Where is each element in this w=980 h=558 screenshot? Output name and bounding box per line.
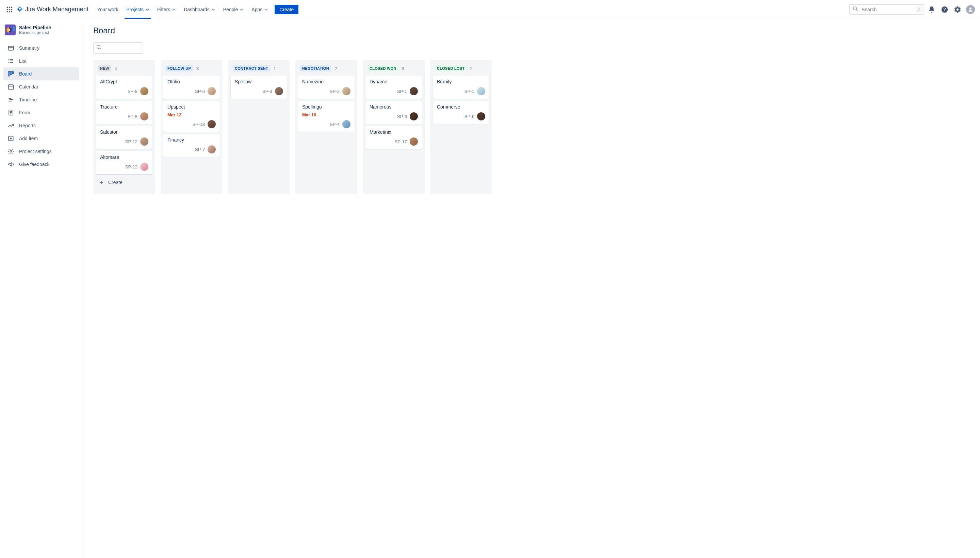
column-title: CLOSED WON [368, 65, 399, 71]
svg-rect-27 [10, 71, 11, 74]
card-key[interactable]: SP-6 [195, 89, 205, 94]
svg-point-44 [97, 45, 100, 48]
board: NEW4AltCryptSP-8TractureSP-8SalestorSP-1… [93, 60, 970, 194]
svg-line-10 [856, 10, 857, 11]
sidebar-item-project-settings[interactable]: Project settings [3, 145, 79, 158]
card-key[interactable]: SP-12 [125, 164, 138, 169]
assignee-avatar[interactable] [208, 120, 216, 128]
board-card[interactable]: CommerseSP-6 [433, 101, 489, 124]
sidebar-item-add-item[interactable]: Add item [3, 132, 79, 145]
board-card[interactable]: FinancySP-7 [163, 134, 220, 157]
card-key[interactable]: SP-12 [125, 139, 138, 144]
assignee-avatar[interactable] [140, 138, 148, 146]
card-key[interactable]: SP-18 [193, 122, 205, 127]
board-card[interactable]: SpellowSP-3 [231, 75, 287, 98]
assignee-avatar[interactable] [342, 120, 350, 128]
board-card[interactable]: SpellingoMar 16SP-4 [298, 101, 355, 132]
sidebar-item-list[interactable]: List [3, 54, 79, 67]
card-key[interactable]: SP-7 [195, 147, 205, 152]
sidebar-item-reports[interactable]: Reports [3, 119, 79, 132]
column-header[interactable]: NEW4 [96, 62, 153, 75]
card-footer: SP-17 [369, 138, 418, 146]
assignee-avatar[interactable] [342, 87, 350, 95]
assignee-avatar[interactable] [410, 138, 418, 146]
chevron-down-icon [264, 8, 268, 11]
column-header[interactable]: FOLLOW-UP3 [163, 62, 220, 75]
product-logo[interactable]: Jira Work Management [16, 6, 89, 13]
column-count: 3 [402, 66, 404, 71]
board-card[interactable]: AltCryptSP-8 [96, 75, 153, 98]
card-key[interactable]: SP-4 [330, 122, 340, 127]
sidebar-item-form[interactable]: Form [3, 106, 79, 119]
assignee-avatar[interactable] [140, 112, 148, 120]
gear-icon [954, 6, 961, 13]
card-key[interactable]: SP-8 [128, 89, 138, 94]
nav-projects[interactable]: Projects [123, 5, 153, 14]
board-card[interactable]: OfolioSP-6 [163, 75, 220, 98]
assignee-avatar[interactable] [410, 87, 418, 95]
assignee-avatar[interactable] [140, 162, 148, 171]
board-card[interactable]: MarketinixSP-17 [366, 126, 422, 149]
sidebar-item-calendar[interactable]: Calendar [3, 80, 79, 93]
board-card[interactable]: NamezineSP-2 [298, 75, 355, 98]
card-key[interactable]: SP-8 [128, 114, 138, 119]
card-key[interactable]: SP-1 [465, 89, 474, 94]
nav-people[interactable]: People [220, 5, 247, 14]
assignee-avatar[interactable] [208, 145, 216, 153]
nav-filters[interactable]: Filters [154, 5, 179, 14]
add-item-icon [8, 135, 14, 142]
column-header[interactable]: NEGOTIATION2 [298, 62, 355, 75]
board-card[interactable]: UpspectMar 12SP-18 [163, 101, 220, 132]
card-title: Tracture [100, 104, 148, 110]
create-card-button[interactable]: Create [96, 176, 153, 189]
help-button[interactable] [939, 4, 950, 15]
card-key[interactable]: SP-17 [395, 139, 407, 144]
nav-dashboards[interactable]: Dashboards [181, 5, 218, 14]
assignee-avatar[interactable] [275, 87, 283, 95]
column-header[interactable]: CLOSED WON3 [366, 62, 422, 75]
assignee-avatar[interactable] [410, 112, 418, 120]
card-key[interactable]: SP-6 [397, 114, 407, 119]
jira-logo-icon [16, 6, 23, 13]
card-key[interactable]: SP-3 [263, 89, 272, 94]
sidebar-item-board[interactable]: Board [3, 67, 79, 80]
card-key[interactable]: SP-2 [330, 89, 340, 94]
top-nav: Jira Work Management Your work Projects … [0, 0, 980, 19]
settings-button[interactable] [952, 4, 963, 15]
board-card[interactable]: TractureSP-8 [96, 101, 153, 124]
project-header[interactable]: Sales Pipeline Business project [3, 25, 79, 35]
app-switcher-button[interactable] [4, 4, 15, 15]
profile-button[interactable] [965, 4, 976, 15]
assignee-avatar[interactable] [208, 87, 216, 95]
assignee-avatar[interactable] [140, 87, 148, 95]
svg-rect-6 [7, 11, 8, 12]
board-card[interactable]: NamerousSP-6 [366, 101, 422, 124]
search-shortcut-hint: / [916, 7, 922, 13]
card-key[interactable]: SP-6 [465, 114, 474, 119]
card-footer: SP-8 [100, 112, 148, 120]
sidebar-item-timeline[interactable]: Timeline [3, 93, 79, 106]
timeline-icon [8, 96, 14, 103]
board-card[interactable]: SalestorSP-12 [96, 126, 153, 149]
column-header[interactable]: CONTRACT SENT1 [231, 62, 287, 75]
board-card[interactable]: BranitySP-1 [433, 75, 489, 98]
board-card[interactable]: AltomareSP-12 [96, 151, 153, 174]
search-icon [853, 6, 858, 13]
svg-rect-2 [11, 7, 13, 8]
search-input[interactable] [849, 4, 924, 15]
nav-apps[interactable]: Apps [248, 5, 271, 14]
assignee-avatar[interactable] [477, 112, 485, 120]
card-footer: SP-4 [302, 120, 350, 128]
global-search: / [849, 4, 924, 15]
sidebar-item-summary[interactable]: Summary [3, 41, 79, 54]
card-key[interactable]: SP-1 [397, 89, 407, 94]
card-footer: SP-18 [167, 120, 216, 128]
sidebar-item-give-feedback[interactable]: Give feedback [3, 158, 79, 171]
nav-your-work[interactable]: Your work [94, 5, 122, 14]
create-button[interactable]: Create [274, 5, 299, 14]
column-header[interactable]: CLOSED LOST2 [433, 62, 489, 75]
card-title: Dyname [369, 79, 418, 84]
notifications-button[interactable] [926, 4, 937, 15]
assignee-avatar[interactable] [477, 87, 485, 95]
board-card[interactable]: DynameSP-1 [366, 75, 422, 98]
